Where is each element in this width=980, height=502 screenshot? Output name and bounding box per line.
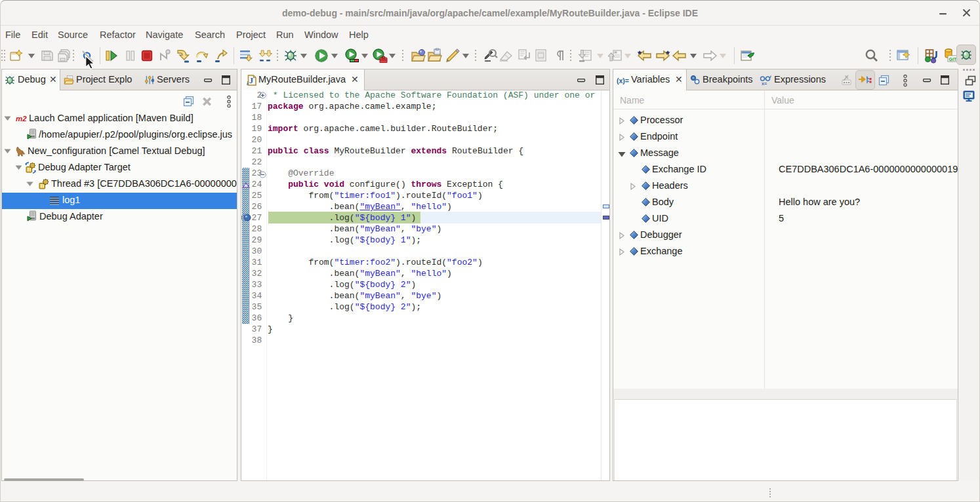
svg-text:m2: m2 xyxy=(16,115,27,123)
svg-text:(x)=: (x)= xyxy=(617,77,629,85)
svg-text:J: J xyxy=(249,76,253,85)
svg-text:x=: x= xyxy=(762,81,767,86)
